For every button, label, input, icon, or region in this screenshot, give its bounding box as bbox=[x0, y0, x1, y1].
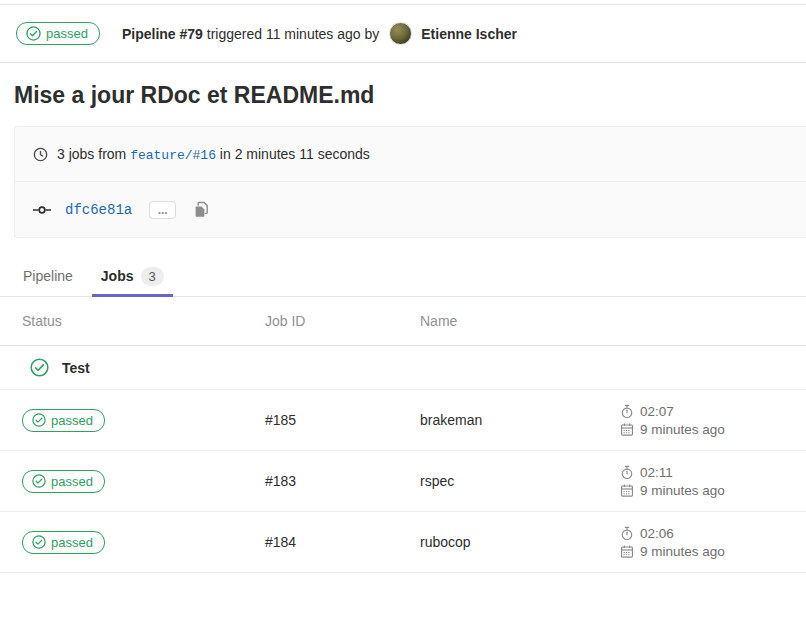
job-duration: 02:11 bbox=[620, 465, 806, 480]
job-name-link[interactable]: brakeman bbox=[420, 412, 482, 428]
stage-status-check-circle-icon bbox=[30, 358, 49, 377]
job-id-link[interactable]: #184 bbox=[265, 534, 296, 550]
stopwatch-icon bbox=[620, 404, 634, 419]
job-status-badge[interactable]: passed bbox=[22, 409, 105, 432]
stage-row-test: Test bbox=[0, 346, 806, 390]
commit-icon bbox=[33, 203, 51, 217]
job-finished-time: 9 minutes ago bbox=[620, 422, 806, 437]
job-status-label: passed bbox=[51, 474, 93, 489]
tab-pipeline[interactable]: Pipeline bbox=[14, 256, 82, 296]
jobs-summary-text: 3 jobs from feature/#16 in 2 minutes 11 … bbox=[57, 146, 370, 163]
header-name: Name bbox=[420, 313, 620, 329]
stopwatch-icon bbox=[620, 465, 634, 480]
calendar-icon bbox=[620, 483, 634, 498]
avatar[interactable] bbox=[389, 22, 412, 45]
expand-commit-button[interactable]: ... bbox=[149, 201, 176, 219]
user-name-link[interactable]: Etienne Ischer bbox=[421, 26, 517, 42]
commit-row: dfc6e81a ... bbox=[15, 182, 806, 237]
job-status-label: passed bbox=[51, 535, 93, 550]
tab-jobs[interactable]: Jobs 3 bbox=[92, 256, 173, 296]
page-title: Mise a jour RDoc et README.md bbox=[14, 82, 790, 109]
table-row: passed #185 brakeman 02:07 9 minutes ago bbox=[0, 390, 806, 451]
pipeline-status-badge[interactable]: passed bbox=[16, 22, 100, 45]
job-id-link[interactable]: #183 bbox=[265, 473, 296, 489]
job-duration: 02:06 bbox=[620, 526, 806, 541]
jobs-count-badge: 3 bbox=[141, 267, 164, 286]
copy-to-clipboard-icon[interactable] bbox=[194, 201, 210, 218]
job-name-link[interactable]: rubocop bbox=[420, 534, 471, 550]
job-status-badge[interactable]: passed bbox=[22, 531, 105, 554]
job-duration: 02:07 bbox=[620, 404, 806, 419]
ref-link[interactable]: feature/#16 bbox=[130, 148, 216, 163]
pipeline-triggered-text: Pipeline #79 triggered 11 minutes ago by bbox=[122, 26, 379, 42]
commit-sha-link[interactable]: dfc6e81a bbox=[65, 202, 132, 218]
job-status-label: passed bbox=[51, 413, 93, 428]
calendar-icon bbox=[620, 544, 634, 559]
calendar-icon bbox=[620, 422, 634, 437]
stage-name: Test bbox=[62, 360, 90, 376]
job-status-badge[interactable]: passed bbox=[22, 470, 105, 493]
table-row: passed #184 rubocop 02:06 9 minutes ago bbox=[0, 512, 806, 573]
pipeline-number: Pipeline #79 bbox=[122, 26, 203, 42]
clock-icon bbox=[33, 147, 48, 162]
pipeline-status-bar: passed Pipeline #79 triggered 11 minutes… bbox=[0, 4, 806, 63]
jobs-table-header: Status Job ID Name bbox=[0, 297, 806, 346]
table-row: passed #183 rspec 02:11 9 minutes ago bbox=[0, 451, 806, 512]
check-circle-icon bbox=[32, 413, 46, 427]
pipeline-status-label: passed bbox=[46, 26, 88, 41]
jobs-summary-row: 3 jobs from feature/#16 in 2 minutes 11 … bbox=[15, 127, 806, 182]
header-status: Status bbox=[0, 313, 265, 329]
job-finished-time: 9 minutes ago bbox=[620, 483, 806, 498]
pipeline-summary-box: 3 jobs from feature/#16 in 2 minutes 11 … bbox=[14, 126, 806, 238]
job-id-link[interactable]: #185 bbox=[265, 412, 296, 428]
stopwatch-icon bbox=[620, 526, 634, 541]
check-circle-icon bbox=[32, 474, 46, 488]
header-job-id: Job ID bbox=[265, 313, 420, 329]
job-finished-time: 9 minutes ago bbox=[620, 544, 806, 559]
pipeline-tabs: Pipeline Jobs 3 bbox=[0, 256, 806, 297]
check-circle-icon bbox=[32, 535, 46, 549]
check-circle-icon bbox=[26, 26, 41, 41]
job-name-link[interactable]: rspec bbox=[420, 473, 454, 489]
